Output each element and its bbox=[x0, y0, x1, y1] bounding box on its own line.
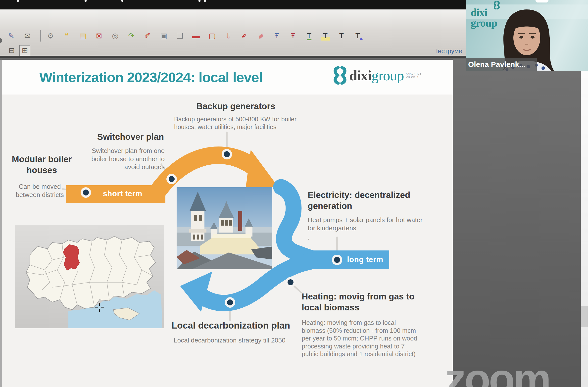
electricity-body: Heat pumps + solar panels for hot water … bbox=[308, 216, 425, 232]
slide-title: Winterization 2023/2024: local level bbox=[39, 69, 262, 85]
decarbonization-heading: Local decarbonization plan bbox=[165, 320, 297, 331]
continuous-view-icon[interactable]: ⊟ bbox=[6, 46, 17, 56]
short-term-label: short term bbox=[89, 189, 156, 198]
toolbar-separator bbox=[40, 30, 41, 42]
heating-biomass-heading: Heating: movig from gas to local biomass bbox=[302, 291, 419, 313]
inspect-page-icon[interactable]: ◎ bbox=[110, 31, 120, 41]
sticky-note-icon[interactable]: ▤ bbox=[78, 31, 88, 41]
scrollbar-track[interactable] bbox=[581, 71, 588, 387]
clipped-text-fragment bbox=[17, 0, 19, 2]
long-term-label: long term bbox=[333, 255, 397, 264]
clipped-text-fragment bbox=[85, 0, 87, 2]
webcam-overlay-pill bbox=[536, 0, 548, 2]
dixigroup-logo: dixigroup Analytics on duty bbox=[331, 66, 422, 85]
decarbonization-body: Local decarbonization strategy till 2050 bbox=[167, 336, 292, 344]
clipped-text-fragment bbox=[121, 0, 123, 2]
strikethrough-text-icon[interactable]: Ŧ bbox=[288, 31, 298, 41]
underline-text-icon[interactable]: T bbox=[304, 31, 314, 41]
modular-boiler-body: Can be moved between districts bbox=[12, 183, 67, 199]
participant-name-tag: Olena Pavlenk... bbox=[466, 58, 537, 71]
scrollbar-thumb[interactable] bbox=[581, 306, 588, 327]
insert-text-icon[interactable]: T bbox=[353, 31, 362, 41]
logo-word-dixi: dixi bbox=[349, 67, 372, 84]
meeting-background-panel bbox=[453, 59, 588, 387]
comment-bubble-icon[interactable]: ❝ bbox=[62, 31, 71, 41]
pen-tool-icon[interactable]: ✒ bbox=[240, 31, 249, 41]
stamp-tool-icon[interactable]: ⇩ bbox=[224, 31, 233, 41]
fit-page-view-icon[interactable]: ⊞ bbox=[19, 45, 30, 56]
logo-tagline: Analytics on duty bbox=[406, 72, 422, 79]
backup-generators-body: Backup generators of 500-800 KW for boil… bbox=[174, 115, 296, 131]
switchover-plan-body: Switchover plan from one boiler house to… bbox=[75, 147, 165, 171]
select-area-icon[interactable]: ▢ bbox=[207, 31, 217, 41]
stray-dot: . bbox=[308, 233, 318, 242]
eraser-tool-icon[interactable]: ▰ bbox=[256, 31, 265, 41]
cam-logo-group: group bbox=[471, 18, 497, 28]
view-mode-row: ⊟ ⊞ bbox=[6, 45, 33, 56]
heating-biomass-body: Heating: moving from gas to local biomas… bbox=[302, 319, 420, 358]
zoom-watermark: zoom bbox=[445, 354, 549, 387]
export-page-icon[interactable]: ↷ bbox=[127, 31, 136, 41]
copy-pages-icon[interactable]: ▣ bbox=[159, 31, 168, 41]
dixigroup-knot-icon bbox=[331, 66, 349, 85]
edit-document-icon[interactable]: ✎ bbox=[6, 31, 16, 41]
webcam-dixigroup-logo: dixi group bbox=[471, 7, 497, 28]
delete-page-icon[interactable]: ⊠ bbox=[94, 31, 104, 41]
viewer-left-margin bbox=[0, 60, 2, 387]
dixigroup-knot-icon bbox=[492, 1, 501, 9]
clipped-text-fragment bbox=[204, 0, 206, 2]
toolbar-icon-row: ✎ ✉ ⚙ ❝ ▤ ⊠ ◎ ↷ ✐ ▣ ❏ ▬ ▢ ⇩ ✒ ▰ Ŧ Ŧ T T … bbox=[6, 28, 369, 44]
backup-generators-heading: Backup generators bbox=[174, 101, 298, 112]
highlight-text-icon[interactable]: T bbox=[321, 31, 330, 41]
pdf-annotation-toolbar: ✎ ✉ ⚙ ❝ ▤ ⊠ ◎ ↷ ✐ ▣ ❏ ▬ ▢ ⇩ ✒ ▰ Ŧ Ŧ T T … bbox=[0, 9, 466, 58]
clipped-text-fragment bbox=[198, 0, 200, 2]
clipped-toolbar-icon[interactable] bbox=[0, 37, 2, 44]
shared-slide: Winterization 2023/2024: local level dix… bbox=[2, 60, 453, 387]
logo-word-group: group bbox=[372, 67, 404, 84]
extract-page-icon[interactable]: ❏ bbox=[175, 31, 185, 41]
strikeout-text-icon[interactable]: Ŧ bbox=[272, 31, 282, 41]
electricity-heading: Electricity: decentralized generation bbox=[308, 190, 415, 211]
ukraine-map bbox=[15, 225, 164, 328]
switchover-plan-heading: Switchover plan bbox=[95, 131, 167, 142]
zoom-meeting-frame: ✎ ✉ ⚙ ❝ ▤ ⊠ ◎ ↷ ✐ ▣ ❏ ▬ ▢ ⇩ ✒ ▰ Ŧ Ŧ T T … bbox=[0, 0, 588, 387]
city-church-photo bbox=[177, 187, 272, 269]
modular-boiler-heading: Modular boiler houses bbox=[9, 154, 74, 176]
edit-page-icon[interactable]: ✐ bbox=[143, 31, 152, 41]
clipped-title-bar bbox=[0, 0, 466, 9]
mail-icon[interactable]: ✉ bbox=[23, 31, 32, 41]
text-tool-icon[interactable]: T bbox=[337, 31, 346, 41]
tools-menu-label[interactable]: Інструме bbox=[436, 47, 466, 55]
line-tool-icon[interactable]: ▬ bbox=[191, 31, 201, 41]
properties-gear-icon[interactable]: ⚙ bbox=[46, 31, 55, 41]
webcam-video[interactable]: dixi group Olena Pavlenk... bbox=[466, 0, 588, 71]
